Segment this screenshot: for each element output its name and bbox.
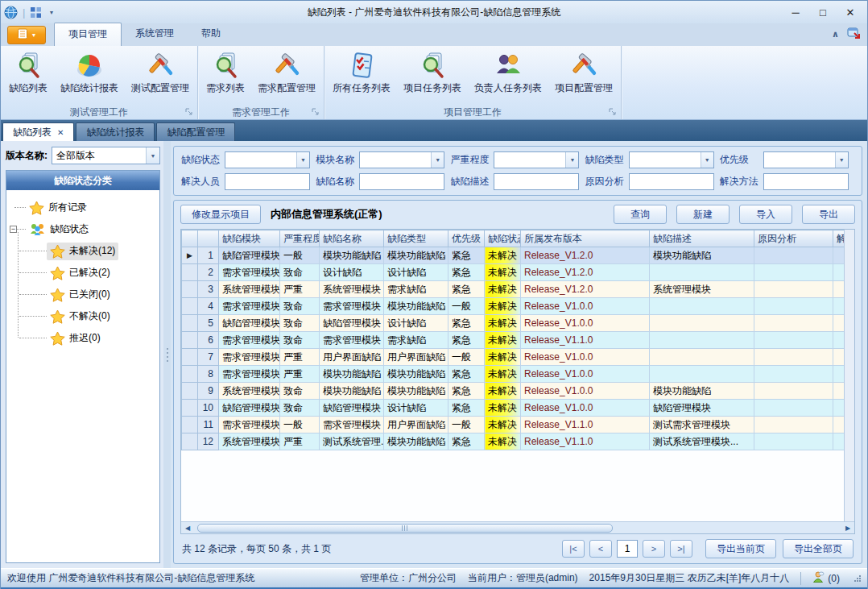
ribbon-group-title: 项目管理工作 xyxy=(444,106,502,119)
table-row[interactable]: 6需求管理模块致命需求管理模块需求缺陷紧急未解决Release_V1.1.0 xyxy=(182,332,845,349)
column-header-9[interactable]: 原因分析 xyxy=(754,230,833,247)
page-number-input[interactable] xyxy=(617,540,638,558)
maximize-button[interactable]: □ xyxy=(809,2,837,22)
chevron-down-icon[interactable]: ▼ xyxy=(565,152,578,168)
filter-select-row1-3[interactable]: ▼ xyxy=(494,151,579,168)
filter-input-row2-4[interactable] xyxy=(629,173,714,190)
modify-display-columns-button[interactable]: 修改显示项目 xyxy=(180,205,261,224)
action-button-4[interactable]: 导出 xyxy=(802,205,855,224)
tree-item-5[interactable]: 已关闭(0) xyxy=(8,284,158,305)
ribbon-button-tools-1-1[interactable]: 需求配置管理 xyxy=(251,48,322,97)
table-row[interactable]: 7需求管理模块严重用户界面缺陷用户界面缺陷一般未解决Release_V1.0.0 xyxy=(182,349,845,366)
tree-item-4[interactable]: 已解决(2) xyxy=(8,262,158,284)
action-button-3[interactable]: 导入 xyxy=(739,205,792,224)
ribbon-button-tools-0-2[interactable]: 测试配置管理 xyxy=(125,48,196,97)
column-header-3[interactable]: 缺陷名称 xyxy=(320,230,384,247)
filter-input-row2-5[interactable] xyxy=(763,173,849,190)
scrollbar-thumb[interactable] xyxy=(197,524,613,533)
filter-input-row2-2[interactable] xyxy=(359,173,444,190)
tree-item-2[interactable]: −缺陷状态 xyxy=(8,218,158,240)
tree-item-7[interactable]: 推迟(0) xyxy=(8,327,158,349)
filter-select-row1-5[interactable]: ▼ xyxy=(763,151,849,168)
close-tab-icon[interactable]: ✕ xyxy=(57,128,64,137)
column-header-5[interactable]: 优先级 xyxy=(448,230,485,247)
document-tab-2[interactable]: 缺陷统计报表 xyxy=(76,122,155,141)
filter-select-row1-1[interactable]: ▼ xyxy=(225,151,310,168)
vertical-scrollbar[interactable] xyxy=(844,230,854,521)
about-window-icon[interactable] xyxy=(847,27,861,42)
sidebar-splitter[interactable] xyxy=(163,141,171,568)
column-header-4[interactable]: 缺陷类型 xyxy=(384,230,448,247)
chevron-down-icon[interactable]: ▼ xyxy=(296,152,309,168)
ribbon-button-doc-search-1-0[interactable]: 需求列表 xyxy=(200,48,251,97)
export-all-pages-button[interactable]: 导出全部页 xyxy=(783,539,854,558)
action-button-2[interactable]: 新建 xyxy=(676,205,730,224)
cell-priority: 紧急 xyxy=(448,366,485,383)
dialog-launcher-icon[interactable] xyxy=(185,108,193,116)
cell-release: Release_V1.0.0 xyxy=(521,383,650,400)
table-row[interactable]: 10缺陷管理模块致命缺陷管理模块设计缺陷紧急未解决Release_V1.0.0缺… xyxy=(182,400,845,417)
ribbon-button-tools-2-3[interactable]: 项目配置管理 xyxy=(548,48,619,97)
table-row[interactable]: 3系统管理模块严重系统管理模块需求缺陷紧急未解决Release_V1.2.0系统… xyxy=(182,281,845,298)
scroll-right-icon[interactable]: ▶ xyxy=(843,525,853,532)
ribbon-button-pie-0-1[interactable]: 缺陷统计报表 xyxy=(54,48,125,97)
chevron-down-icon[interactable]: ▼ xyxy=(48,10,54,15)
horizontal-scrollbar[interactable]: ◀ ▶ xyxy=(181,521,854,533)
collapse-ribbon-icon[interactable]: ∧ xyxy=(832,29,839,39)
ribbon-button-checklist-2-0[interactable]: 所有任务列表 xyxy=(326,48,397,97)
app-logo-icon[interactable] xyxy=(4,6,18,19)
layout-grid-icon[interactable] xyxy=(30,6,42,19)
row-indicator-cell xyxy=(182,400,198,417)
ribbon-tab-3[interactable]: 帮助 xyxy=(188,23,234,46)
chevron-down-icon[interactable]: ▼ xyxy=(701,152,713,168)
ribbon-button-doc-search-2-1[interactable]: 项目任务列表 xyxy=(397,48,468,97)
column-header-7[interactable]: 所属发布版本 xyxy=(521,230,650,247)
table-row[interactable]: 9系统管理模块致命模块功能缺陷模块功能缺陷紧急未解决Release_V1.0.0… xyxy=(182,383,845,400)
tree-item-1[interactable]: 所有记录 xyxy=(8,197,158,218)
table-row[interactable]: 12系统管理模块严重测试系统管理...模块功能缺陷紧急未解决Release_V1… xyxy=(182,433,845,450)
table-row[interactable]: 5缺陷管理模块致命缺陷管理模块设计缺陷紧急未解决Release_V1.0.0 xyxy=(182,315,845,332)
document-tab-1[interactable]: 缺陷列表✕ xyxy=(2,122,74,141)
document-tab-3[interactable]: 缺陷配置管理 xyxy=(156,122,235,141)
scroll-left-icon[interactable]: ◀ xyxy=(183,525,192,532)
tree-item-3[interactable]: 未解决(12) xyxy=(8,240,158,262)
prev-page-button[interactable]: < xyxy=(589,540,612,558)
ribbon-button-doc-search-0-0[interactable]: 缺陷列表 xyxy=(2,48,54,97)
tree-item-6[interactable]: 不解决(0) xyxy=(8,305,158,327)
table-row[interactable]: 4需求管理模块致命需求管理模块模块功能缺陷一般未解决Release_V1.0.0 xyxy=(182,298,845,315)
column-header-2[interactable]: 严重程度 xyxy=(280,230,320,247)
cell-solution xyxy=(833,264,845,281)
tree-expander-icon[interactable]: − xyxy=(10,226,17,233)
ribbon-tab-2[interactable]: 系统管理 xyxy=(122,23,188,46)
filter-select-row1-4[interactable]: ▼ xyxy=(629,151,714,168)
version-select[interactable]: 全部版本 ▼ xyxy=(52,147,160,164)
chevron-down-icon[interactable]: ▼ xyxy=(431,152,444,168)
filter-select-row1-2[interactable]: ▼ xyxy=(359,151,444,168)
table-row[interactable]: 11需求管理模块一般需求管理模块用户界面缺陷一般未解决Release_V1.1.… xyxy=(182,417,845,433)
dialog-launcher-icon[interactable] xyxy=(609,108,617,116)
table-row[interactable]: ▶1缺陷管理模块一般模块功能缺陷模块功能缺陷紧急未解决Release_V1.2.… xyxy=(182,247,845,264)
next-page-button[interactable]: > xyxy=(643,540,665,558)
ribbon-button-people-2-2[interactable]: 负责人任务列表 xyxy=(468,48,548,97)
application-menu-button[interactable]: ▼ xyxy=(7,26,46,44)
dialog-launcher-icon[interactable] xyxy=(312,108,320,116)
user-message-icon[interactable] xyxy=(812,571,825,586)
filter-input-row2-3[interactable] xyxy=(494,173,579,190)
close-button[interactable]: ✕ xyxy=(837,2,864,22)
chevron-down-icon[interactable]: ▼ xyxy=(146,147,159,164)
table-row[interactable]: 8需求管理模块严重模块功能缺陷模块功能缺陷紧急未解决Release_V1.0.0 xyxy=(182,366,845,383)
resize-grip-icon[interactable] xyxy=(854,575,861,582)
export-current-page-button[interactable]: 导出当前页 xyxy=(705,539,776,558)
minimize-button[interactable]: ─ xyxy=(782,2,809,22)
first-page-button[interactable]: |< xyxy=(562,540,585,558)
filter-input-row2-1[interactable] xyxy=(225,173,310,190)
ribbon-tab-1[interactable]: 项目管理 xyxy=(54,23,122,46)
column-header-10[interactable]: 解决方法 xyxy=(833,230,845,247)
action-button-1[interactable]: 查询 xyxy=(614,205,667,224)
column-header-6[interactable]: 缺陷状态 xyxy=(485,230,521,247)
table-row[interactable]: 2需求管理模块致命设计缺陷设计缺陷紧急未解决Release_V1.2.0 xyxy=(182,264,845,281)
column-header-8[interactable]: 缺陷描述 xyxy=(650,230,754,247)
last-page-button[interactable]: >| xyxy=(670,540,692,558)
column-header-1[interactable]: 缺陷模块 xyxy=(219,230,280,247)
chevron-down-icon[interactable]: ▼ xyxy=(835,152,848,168)
